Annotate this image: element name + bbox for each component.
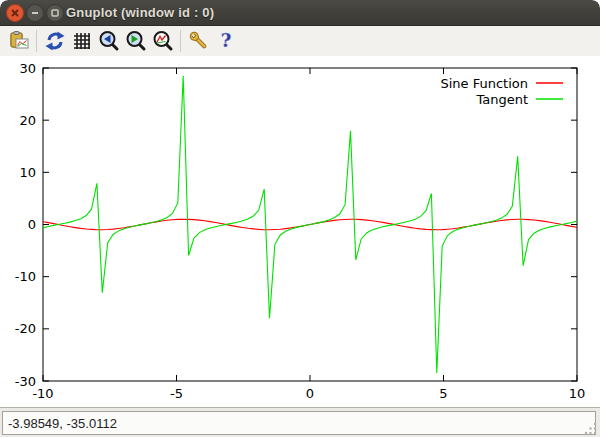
x-tick-label: 0 — [306, 386, 314, 401]
configure-button[interactable] — [185, 28, 212, 54]
svg-text:?: ? — [220, 30, 231, 51]
y-tick-label: 30 — [19, 61, 36, 76]
y-tick-label: -10 — [15, 269, 36, 284]
refresh-arrows-icon — [44, 30, 66, 52]
question-mark-icon: ? — [215, 30, 237, 52]
y-tick-label: 0 — [28, 217, 36, 232]
minimize-icon — [30, 8, 40, 18]
magnifier-left-arrow-icon — [98, 30, 120, 52]
copy-plot-to-clipboard-button[interactable] — [5, 28, 32, 54]
wrench-icon — [187, 29, 211, 53]
maximize-icon — [50, 8, 60, 18]
magnifier-right-arrow-icon — [125, 30, 147, 52]
plot-svg: Sine Function Tangent -10-50510-30-20-10… — [0, 56, 600, 407]
apply-autoscale-button[interactable] — [149, 28, 176, 54]
zoom-previous-button[interactable] — [95, 28, 122, 54]
plot-canvas[interactable]: Sine Function Tangent -10-50510-30-20-10… — [0, 56, 600, 407]
x-tick-label: 5 — [439, 386, 447, 401]
y-tick-label: -30 — [15, 374, 36, 389]
resize-grip-icon[interactable] — [582, 421, 598, 435]
zoom-next-button[interactable] — [122, 28, 149, 54]
close-button[interactable] — [6, 4, 24, 22]
window-title: Gnuplot (window id : 0) — [66, 0, 214, 26]
y-tick-label: 20 — [19, 113, 36, 128]
toolbar-separator — [36, 30, 37, 52]
toolbar-separator — [180, 30, 181, 52]
legend-label-sine: Sine Function — [440, 76, 528, 91]
minimize-button[interactable] — [26, 4, 44, 22]
help-button[interactable]: ? — [212, 28, 239, 54]
replot-button[interactable] — [41, 28, 68, 54]
mouse-coordinates-field: -3.98549, -35.0112 — [2, 411, 596, 435]
mouse-coordinates-text: -3.98549, -35.0112 — [8, 416, 117, 431]
toggle-grid-button[interactable] — [68, 28, 95, 54]
x-tick-label: -5 — [170, 386, 183, 401]
close-icon — [10, 8, 20, 18]
statusbar: -3.98549, -35.0112 — [0, 407, 600, 437]
grid-icon — [71, 30, 93, 52]
gnuplot-window: Gnuplot (window id : 0) — [0, 0, 600, 437]
y-tick-label: -20 — [15, 321, 36, 336]
x-tick-label: 10 — [569, 386, 586, 401]
legend-label-tangent: Tangent — [475, 92, 528, 107]
maximize-button[interactable] — [46, 4, 64, 22]
titlebar: Gnuplot (window id : 0) — [0, 0, 600, 26]
toolbar: ? — [0, 26, 600, 56]
clipboard-plot-icon — [8, 30, 30, 52]
tan-curve — [43, 76, 577, 373]
y-tick-label: 10 — [19, 165, 36, 180]
magnifier-plot-icon — [152, 30, 174, 52]
